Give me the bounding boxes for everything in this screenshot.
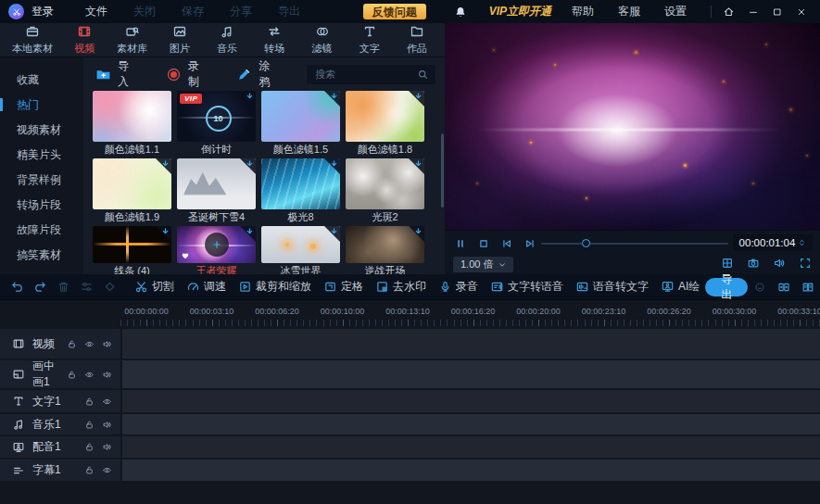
track-header-music-track[interactable]: 音乐1 — [0, 414, 120, 435]
tool-watermark[interactable]: 去水印 — [375, 279, 426, 295]
media-thumbnail[interactable]: 圣诞树下雪4 — [177, 158, 256, 223]
vip-upgrade-button[interactable]: VIP立即开通 — [489, 4, 551, 19]
thumbnail-artwork[interactable] — [177, 226, 256, 263]
help-button[interactable]: 帮助 — [572, 4, 594, 19]
support-button[interactable]: 客服 — [618, 4, 640, 19]
tab-filter[interactable]: 滤镜 — [307, 23, 338, 57]
download-badge[interactable] — [320, 91, 340, 111]
tool-speed[interactable]: 调速 — [186, 279, 226, 295]
favorite-heart-icon[interactable] — [181, 251, 190, 260]
media-thumbnail[interactable]: 逆战开场 — [346, 226, 424, 274]
pause-button[interactable] — [454, 237, 467, 250]
track-eye-toggle[interactable] — [102, 465, 112, 475]
seek-handle[interactable] — [582, 239, 590, 247]
thumbnail-artwork[interactable] — [261, 158, 340, 209]
tool-crop[interactable]: 裁剪和缩放 — [238, 279, 311, 295]
track-lane[interactable] — [122, 436, 820, 458]
track-lane[interactable] — [122, 460, 820, 481]
track-lane[interactable] — [122, 360, 820, 388]
next-frame-button[interactable] — [524, 237, 536, 250]
doodle-button[interactable]: 涂鸦 — [236, 58, 279, 90]
track-header-text-track[interactable]: 文字1 — [0, 390, 120, 412]
settings-button[interactable]: 设置 — [664, 4, 687, 19]
tab-briefcase[interactable]: 本地素材 — [12, 23, 53, 57]
thumbnail-artwork[interactable] — [346, 91, 424, 142]
split-screen-icon[interactable] — [721, 257, 734, 270]
download-badge[interactable] — [404, 91, 424, 111]
tab-library[interactable]: 素材库 — [117, 23, 148, 57]
track-lock-toggle[interactable] — [84, 397, 95, 407]
media-thumbnail[interactable]: 线条 (4) — [93, 226, 171, 274]
sidebar-item-6[interactable]: 故障片段 — [0, 218, 83, 243]
media-thumbnail[interactable]: 10VIP倒计时 — [177, 91, 256, 156]
track-sound-toggle[interactable] — [102, 339, 112, 349]
storyboard-icon[interactable] — [801, 281, 814, 294]
tab-transition[interactable]: 转场 — [259, 23, 290, 57]
track-header-voice-track[interactable]: 配音1 — [0, 436, 120, 458]
previous-frame-button[interactable] — [500, 237, 513, 250]
track-lock-toggle[interactable] — [84, 442, 95, 452]
search-input[interactable] — [313, 68, 417, 81]
add-to-timeline-button[interactable] — [205, 233, 229, 257]
adjust-button[interactable] — [80, 280, 94, 294]
download-badge[interactable] — [235, 158, 256, 179]
tab-text[interactable]: 文字 — [354, 23, 385, 57]
tab-image[interactable]: 图片 — [164, 23, 196, 57]
menu-item-0[interactable]: 文件 — [85, 4, 107, 19]
sidebar-item-4[interactable]: 背景样例 — [0, 168, 83, 193]
login-button[interactable]: 登录 — [32, 4, 54, 19]
minimize-button[interactable] — [748, 6, 759, 18]
tool-ai[interactable]: AI绘 — [661, 279, 700, 295]
track-lane[interactable] — [122, 414, 820, 435]
sidebar-item-3[interactable]: 精美片头 — [0, 143, 83, 168]
delete-button[interactable] — [57, 280, 70, 294]
media-thumbnail[interactable]: 颜色滤镜1.8 — [346, 91, 424, 156]
thumbnail-artwork[interactable] — [346, 158, 424, 209]
track-header-subtitle-track[interactable]: 字幕1 — [0, 460, 120, 481]
sidebar-item-2[interactable]: 视频素材 — [0, 118, 83, 143]
notification-bell-icon[interactable] — [454, 6, 467, 19]
track-sound-toggle[interactable] — [102, 370, 112, 380]
download-badge[interactable] — [404, 226, 424, 246]
download-badge[interactable] — [235, 226, 256, 246]
thumbnail-artwork[interactable] — [93, 226, 171, 263]
tool-mic[interactable]: 录音 — [438, 279, 478, 295]
face-effect-icon[interactable] — [753, 281, 766, 294]
keyframe-button[interactable] — [103, 280, 117, 294]
thumbnail-artwork[interactable] — [93, 158, 171, 209]
track-lane[interactable] — [122, 329, 820, 359]
thumbnail-artwork[interactable] — [177, 158, 256, 209]
tab-film[interactable]: 视频 — [69, 23, 100, 57]
volume-icon[interactable] — [773, 257, 786, 270]
sidebar-item-7[interactable]: 搞笑素材 — [0, 243, 83, 268]
track-lane[interactable] — [122, 390, 820, 412]
download-badge[interactable] — [151, 226, 171, 246]
tool-freeze[interactable]: 定格 — [323, 279, 363, 295]
sidebar-item-0[interactable]: 收藏 — [0, 68, 83, 93]
track-lock-toggle[interactable] — [84, 465, 95, 475]
media-thumbnail[interactable]: 极光8 — [261, 158, 340, 223]
track-eye-toggle[interactable] — [84, 339, 95, 349]
swap-clips-icon[interactable] — [777, 281, 790, 294]
media-thumbnail[interactable]: 颜色滤镜1.1 — [93, 91, 171, 156]
track-sound-toggle[interactable] — [102, 420, 112, 430]
snapshot-camera-icon[interactable] — [747, 257, 760, 270]
record-button[interactable]: 录制 — [166, 58, 208, 90]
import-button[interactable]: 导入 — [95, 58, 138, 90]
thumbnail-artwork[interactable] — [346, 226, 424, 263]
stop-button[interactable] — [477, 237, 490, 250]
undo-button[interactable] — [10, 280, 24, 294]
download-badge[interactable] — [235, 91, 256, 111]
tool-tts[interactable]: 文字转语音 — [490, 279, 563, 295]
download-badge[interactable] — [320, 226, 340, 246]
fullscreen-icon[interactable] — [799, 257, 812, 270]
tab-works[interactable]: 作品 — [401, 23, 433, 57]
media-thumbnail[interactable]: 颜色滤镜1.5 — [261, 91, 340, 156]
maximize-button[interactable] — [772, 6, 783, 18]
seek-slider[interactable] — [541, 243, 728, 245]
export-button[interactable]: 导出 — [705, 278, 748, 296]
sidebar-item-5[interactable]: 转场片段 — [0, 193, 83, 218]
track-eye-toggle[interactable] — [84, 370, 95, 380]
download-badge[interactable] — [151, 158, 171, 179]
download-badge[interactable] — [404, 158, 424, 179]
